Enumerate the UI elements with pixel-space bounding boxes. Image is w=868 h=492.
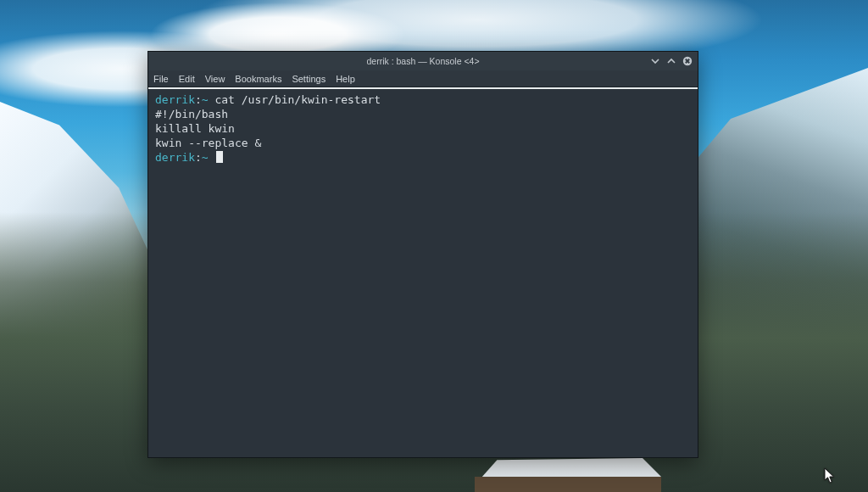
term-output-line: kwin --replace & (155, 137, 261, 149)
titlebar[interactable]: derrik : bash — Konsole <4> (148, 52, 698, 70)
window-controls (650, 56, 693, 66)
menu-settings[interactable]: Settings (292, 74, 326, 84)
term-command: cat /usr/bin/kwin-restart (214, 93, 381, 106)
prompt-sep: : (195, 151, 202, 164)
menu-help[interactable]: Help (336, 74, 355, 84)
terminal-viewport[interactable]: derrik:~ cat /usr/bin/kwin-restart #!/bi… (148, 89, 698, 457)
menu-edit[interactable]: Edit (179, 74, 195, 84)
prompt-path: ~ (202, 151, 209, 164)
desktop-wallpaper: derrik : bash — Konsole <4> File Edit (0, 0, 868, 492)
close-button[interactable] (682, 56, 693, 66)
minimize-button[interactable] (650, 56, 660, 66)
menubar: File Edit View Bookmarks Settings Help (148, 70, 698, 87)
chevron-up-icon (666, 56, 676, 66)
menu-file[interactable]: File (153, 74, 169, 84)
prompt-sep: : (195, 93, 202, 106)
terminal-cursor (216, 151, 223, 163)
close-icon (682, 56, 693, 66)
term-output-line: #!/bin/bash (155, 108, 228, 120)
prompt-user: derrik (155, 151, 195, 164)
term-output-line: killall kwin (155, 122, 235, 135)
prompt-user: derrik (155, 93, 195, 106)
maximize-button[interactable] (666, 56, 676, 66)
wallpaper-cabin (475, 458, 661, 492)
menu-bookmarks[interactable]: Bookmarks (235, 74, 281, 84)
prompt-path: ~ (202, 93, 209, 106)
menu-view[interactable]: View (205, 74, 225, 84)
window-title: derrik : bash — Konsole <4> (148, 56, 698, 66)
konsole-window[interactable]: derrik : bash — Konsole <4> File Edit (147, 51, 698, 458)
chevron-down-icon (650, 56, 660, 66)
